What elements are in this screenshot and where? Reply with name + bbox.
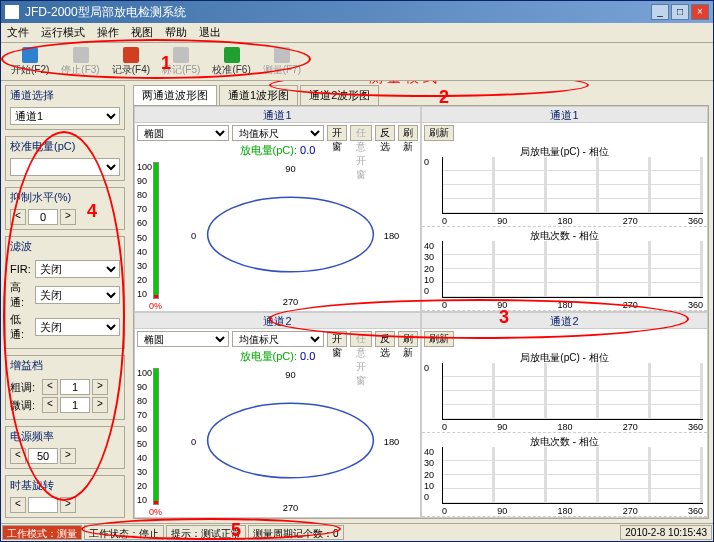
ch1-anyopen-btn[interactable]: 任意开窗 xyxy=(350,125,372,141)
menu-file[interactable]: 文件 xyxy=(7,25,29,40)
ch1-invert-btn[interactable]: 反选 xyxy=(375,125,395,141)
tb-mark[interactable]: 标记(F5) xyxy=(158,45,204,79)
window-title: JFD-2000型局部放电检测系统 xyxy=(25,4,651,21)
status-mode: 工作模式：测量 xyxy=(2,525,82,540)
menu-view[interactable]: 视图 xyxy=(131,25,153,40)
power-dec[interactable]: < xyxy=(10,448,26,464)
quad-ch1-wave: 通道1 椭圆 均值标尺 开窗 任意开窗 反选 刷新 放电量(pC): 0.0 1… xyxy=(134,106,421,312)
svg-text:180: 180 xyxy=(384,437,400,447)
gain-label: 增益档 xyxy=(6,356,124,375)
coarse-inc[interactable]: > xyxy=(92,379,108,395)
suppress-label: 抑制水平(%) xyxy=(6,188,124,207)
close-button[interactable]: × xyxy=(691,4,709,20)
toolbar: 开始(F2) 停止(F3) 记录(F4) 标记(F5) 校准(F6) 测量(F7… xyxy=(1,43,713,81)
ch1-refresh-btn[interactable]: 刷新 xyxy=(398,125,418,141)
main-area: 两通道波形图 通道1波形图 通道2波形图 通道1 椭圆 均值标尺 开窗 任意开窗… xyxy=(129,81,713,523)
tab-ch2[interactable]: 通道2波形图 xyxy=(300,85,379,105)
power-label: 电源频率 xyxy=(6,427,124,446)
timebase-value[interactable] xyxy=(28,497,58,513)
menubar: 文件 运行模式 操作 视图 帮助 退出 xyxy=(1,23,713,43)
tab-both[interactable]: 两通道波形图 xyxy=(133,85,217,105)
power-value[interactable]: 50 xyxy=(28,448,58,464)
svg-text:270: 270 xyxy=(283,297,299,307)
ch2-disp-select[interactable]: 椭圆 xyxy=(137,331,229,347)
hp-select[interactable]: 关闭 xyxy=(35,286,120,304)
suppress-value[interactable]: 0 xyxy=(28,209,58,225)
tb-record[interactable]: 记录(F4) xyxy=(108,45,154,79)
menu-help[interactable]: 帮助 xyxy=(165,25,187,40)
svg-point-5 xyxy=(208,403,374,478)
ch2-anyopen-btn[interactable]: 任意开窗 xyxy=(350,331,372,347)
menu-runmode[interactable]: 运行模式 xyxy=(41,25,85,40)
svg-text:0: 0 xyxy=(191,437,196,447)
coarse-value[interactable]: 1 xyxy=(60,379,90,395)
fine-value[interactable]: 1 xyxy=(60,397,90,413)
ch1-disp-select[interactable]: 椭圆 xyxy=(137,125,229,141)
status-time: 2010-2-8 10:15:43 xyxy=(620,525,712,540)
calib-select[interactable] xyxy=(10,158,120,176)
svg-point-0 xyxy=(208,197,374,272)
status-hint: 提示：测试正常 xyxy=(166,525,246,540)
ch1-scale-select[interactable]: 均值标尺 xyxy=(232,125,324,141)
ch1-stats-refresh[interactable]: 刷新 xyxy=(424,125,454,141)
coarse-dec[interactable]: < xyxy=(42,379,58,395)
ch2-plot: 100908070605040302010 0% 90 180 270 0 xyxy=(135,364,420,517)
quad-ch1-stats: 通道1 刷新 局放电量(pC) - 相位 0 090180270360 放电次数… xyxy=(421,106,708,312)
sidebar: 通道选择 通道1 校准电量(pC) 抑制水平(%) < 0 > 滤波 FIR:关… xyxy=(1,81,129,523)
suppress-dec[interactable]: < xyxy=(10,209,26,225)
tb-calib[interactable]: 校准(F6) xyxy=(208,45,254,79)
tb-measure[interactable]: 测量(F7) xyxy=(259,45,305,79)
channel-select[interactable]: 通道1 xyxy=(10,107,120,125)
svg-text:90: 90 xyxy=(285,164,295,174)
app-window: JFD-2000型局部放电检测系统 _ □ × 文件 运行模式 操作 视图 帮助… xyxy=(0,0,714,542)
channel-select-label: 通道选择 xyxy=(6,86,124,105)
svg-text:270: 270 xyxy=(283,503,299,513)
ch2-scale-select[interactable]: 均值标尺 xyxy=(232,331,324,347)
svg-text:90: 90 xyxy=(285,370,295,380)
tb-start[interactable]: 开始(F2) xyxy=(7,45,53,79)
maximize-button[interactable]: □ xyxy=(671,4,689,20)
quad-ch2-stats: 通道2 刷新 局放电量(pC) - 相位 0 090180270360 放电次数… xyxy=(421,312,708,518)
filter-label: 滤波 xyxy=(6,237,124,256)
quad-ch2-wave: 通道2 椭圆 均值标尺 开窗 任意开窗 反选 刷新 放电量(pC): 0.0 1… xyxy=(134,312,421,518)
calib-label: 校准电量(pC) xyxy=(6,137,124,156)
menu-operate[interactable]: 操作 xyxy=(97,25,119,40)
timebase-label: 时基旋转 xyxy=(6,476,124,495)
ch1-plot: 100908070605040302010 0% 90 180 270 0 xyxy=(135,158,420,311)
ch2-stats-refresh[interactable]: 刷新 xyxy=(424,331,454,347)
app-icon xyxy=(5,5,19,19)
lp-select[interactable]: 关闭 xyxy=(35,318,120,336)
tabs: 两通道波形图 通道1波形图 通道2波形图 xyxy=(133,85,709,105)
menu-exit[interactable]: 退出 xyxy=(199,25,221,40)
svg-text:180: 180 xyxy=(384,231,400,241)
status-state: 工作状态：停止 xyxy=(84,525,164,540)
status-count: 测量周期记个数：0 xyxy=(248,525,344,540)
ch2-refresh-btn[interactable]: 刷新 xyxy=(398,331,418,347)
timebase-dec[interactable]: < xyxy=(10,497,26,513)
timebase-inc[interactable]: > xyxy=(60,497,76,513)
fine-inc[interactable]: > xyxy=(92,397,108,413)
tb-stop[interactable]: 停止(F3) xyxy=(57,45,103,79)
fine-dec[interactable]: < xyxy=(42,397,58,413)
titlebar: JFD-2000型局部放电检测系统 _ □ × xyxy=(1,1,713,23)
suppress-inc[interactable]: > xyxy=(60,209,76,225)
fir-select[interactable]: 关闭 xyxy=(35,260,120,278)
ch1-open-btn[interactable]: 开窗 xyxy=(327,125,347,141)
statusbar: 工作模式：测量 工作状态：停止 提示：测试正常 测量周期记个数：0 2010-2… xyxy=(1,523,713,541)
minimize-button[interactable]: _ xyxy=(651,4,669,20)
ch2-invert-btn[interactable]: 反选 xyxy=(375,331,395,347)
svg-text:0: 0 xyxy=(191,231,196,241)
tab-ch1[interactable]: 通道1波形图 xyxy=(219,85,298,105)
power-inc[interactable]: > xyxy=(60,448,76,464)
ch2-open-btn[interactable]: 开窗 xyxy=(327,331,347,347)
